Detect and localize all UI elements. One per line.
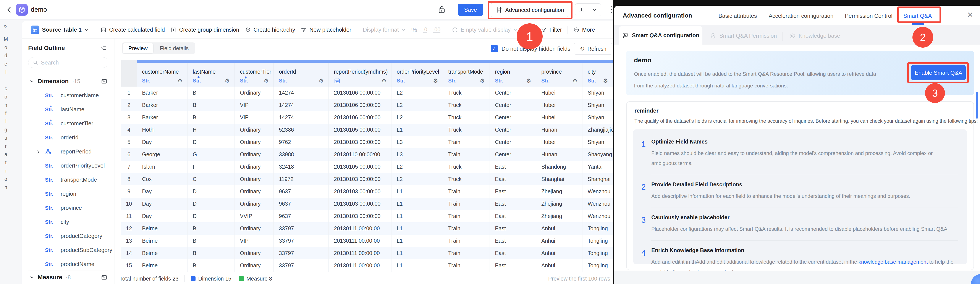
subtab-knowledge-base[interactable]: Knowledge base <box>789 32 840 39</box>
lock-icon[interactable] <box>438 5 445 14</box>
gear-icon[interactable]: ⚙ <box>573 78 578 84</box>
chevron-down-icon[interactable] <box>588 4 601 16</box>
table-column-header[interactable]: customerName Str.* ⚙ <box>137 63 188 87</box>
scrollbar-thumb[interactable] <box>976 92 978 119</box>
sidebar-field-item[interactable]: Str.* orderPriorityLevel <box>22 159 115 173</box>
bar-chart-icon[interactable] <box>575 4 588 16</box>
decrease-decimal-button[interactable]: .0 <box>423 27 428 33</box>
table-row[interactable]: 10 DayDOrdinary9637 20130103 00:00:00L1T… <box>121 198 613 210</box>
source-table-selector[interactable]: Source Table 1 <box>31 25 89 34</box>
hidden-fields-checkbox[interactable] <box>491 45 498 52</box>
table-row[interactable]: 15 BeirneBOrdinary33797 20130111 00:00:0… <box>121 259 613 272</box>
refresh-button[interactable]: ↻ Refresh <box>574 43 612 54</box>
field-name-label: customerName <box>60 92 99 99</box>
table-row[interactable]: 1 BarkerBOrdinary14274 20130106 00:00:00… <box>121 87 613 99</box>
chevron-right-icon[interactable] <box>36 149 41 154</box>
tab-preview[interactable]: Preview <box>123 43 153 53</box>
advanced-configuration-button[interactable]: Advanced configuration <box>491 3 569 17</box>
sidebar-field-item[interactable]: Str.* productName <box>22 257 115 271</box>
search-input[interactable] <box>41 59 99 66</box>
table-column-header[interactable]: transportMode Str.* ⚙ <box>443 63 490 87</box>
search-box[interactable] <box>28 57 108 68</box>
sidebar-field-item[interactable]: Str.* transportMode <box>22 173 115 187</box>
increase-decimal-button[interactable]: .00 <box>433 27 441 33</box>
table-row[interactable]: 7 IslamIOrdinary32418 20130105 00:00:00L… <box>121 160 613 173</box>
table-column-header[interactable]: reportPeriod(ymdhms) * ⚙ <box>329 63 391 87</box>
sidebar-field-item[interactable]: Str.* customerName <box>22 88 115 102</box>
chevron-down-icon[interactable] <box>29 275 34 280</box>
table-row[interactable]: 6 GeorgeGOrdinary33988 20130110 00:00:00… <box>121 148 613 160</box>
table-row[interactable]: 2 BarkerBVIP14274 20130106 00:00:00L2Tru… <box>121 99 613 111</box>
sidebar-field-item[interactable]: Str.* customerTier <box>22 116 115 130</box>
gear-icon[interactable]: ⚙ <box>382 78 387 84</box>
dimension-section-header[interactable]: Dimension ·15 <box>22 76 115 87</box>
sidebar-field-item[interactable]: Str.* productCategory <box>22 229 115 243</box>
table-row[interactable]: 3 BarkerBVIP14274 20130106 00:00:00L2Tru… <box>121 111 613 124</box>
model-configuration-rail[interactable]: Model configuration <box>3 36 9 193</box>
gear-icon[interactable]: ⚙ <box>433 78 438 84</box>
gear-icon[interactable]: ⚙ <box>603 78 608 84</box>
gear-icon[interactable]: ⚙ <box>225 78 230 84</box>
tip-title: Enrich Knowledge Base Information <box>651 247 958 254</box>
tab-field-details[interactable]: Field details <box>154 43 194 53</box>
sidebar-field-item[interactable]: * reportPeriod <box>22 144 115 159</box>
table-column-header[interactable]: customerTier Str.* ⚙ <box>235 63 274 87</box>
sort-settings-icon[interactable] <box>529 27 535 33</box>
table-column-header[interactable]: region Str.* ⚙ <box>490 63 536 87</box>
knowledge-base-management-link[interactable]: knowledge base management <box>859 259 928 265</box>
rail-expand-icon[interactable]: » <box>3 22 7 29</box>
save-button[interactable]: Save <box>458 4 483 16</box>
create-hierarchy-button[interactable]: Create hierarchy <box>245 26 295 33</box>
sidebar-field-item[interactable]: Str.* lastName <box>22 102 115 116</box>
new-placeholder-button[interactable]: New placeholder <box>301 26 352 33</box>
tab-basic-attributes[interactable]: Basic attributes <box>718 13 757 19</box>
sidebar-field-item[interactable]: Str.* productSubCategory <box>22 243 115 257</box>
measure-section-header[interactable]: Measure ·8 <box>22 272 115 283</box>
table-row[interactable]: 9 DayDOrdinary9637 20130103 00:00:00L1Tr… <box>121 185 613 198</box>
sidebar-field-item[interactable]: Str.* province <box>22 201 115 215</box>
sidebar-field-item[interactable]: Str.* orderId <box>22 130 115 144</box>
row-number: 13 <box>121 235 137 247</box>
gear-icon[interactable]: ⚙ <box>480 78 485 84</box>
create-group-dimension-button[interactable]: Create group dimension <box>170 26 239 33</box>
subtab-smart-qa-permission[interactable]: Smart Q&A Permission <box>710 32 777 39</box>
table-column-header[interactable]: orderPriorityLevel Str.* ⚙ <box>391 63 443 87</box>
filter-button[interactable]: Filter <box>541 26 562 33</box>
table-column-header[interactable]: city Str.* ⚙ <box>582 63 613 87</box>
collapse-outline-icon[interactable] <box>101 44 107 51</box>
create-calculated-field-button[interactable]: Create calculated field <box>100 26 165 33</box>
percent-format-button[interactable]: % <box>411 26 417 33</box>
row-number: 2 <box>121 99 137 111</box>
table-column-header[interactable]: orderId Str.* ⚙ <box>274 63 329 87</box>
table-row[interactable]: 8 CoxCOrdinary11972 20130103 00:00:00L2T… <box>121 173 613 185</box>
table-row[interactable]: 11 DayDVVIP9637 20130103 00:00:00L1Train… <box>121 210 613 222</box>
display-format-dropdown[interactable]: Display format <box>363 26 406 33</box>
back-icon[interactable] <box>6 6 13 13</box>
sidebar-field-item[interactable]: Str.* region <box>22 187 115 201</box>
tab-smart-qa[interactable]: Smart Q&A <box>904 13 932 19</box>
table-row[interactable]: 5 DayDOrdinary9762 20130103 00:00:00L3Tr… <box>121 136 613 148</box>
more-button[interactable]: More <box>573 26 595 33</box>
tab-permission-control[interactable]: Permission Control <box>845 13 892 19</box>
gear-icon[interactable]: ⚙ <box>178 78 183 84</box>
enable-smart-qa-button[interactable]: Enable Smart Q&A <box>911 65 966 80</box>
table-row[interactable]: 13 BeirneBVIP33797 20130111 00:00:00L1Tr… <box>121 235 613 247</box>
table-row[interactable]: 12 BeirneBOrdinary33797 20130111 00:00:0… <box>121 222 613 235</box>
column-selection-bar[interactable] <box>137 60 613 63</box>
table-row[interactable]: 14 BeirneBOrdinary33797 20130111 00:00:0… <box>121 247 613 259</box>
close-icon[interactable]: ✕ <box>967 10 973 19</box>
table-row[interactable]: 4 HothiHOrdinary52386 20130105 00:00:00L… <box>121 124 613 136</box>
row-number: 5 <box>121 136 137 148</box>
gear-icon[interactable]: ⚙ <box>526 78 531 84</box>
subtab-smart-qa-configuration[interactable]: Smart Q&A configuration <box>619 26 702 44</box>
empty-value-display-dropdown[interactable]: Empty value display <box>452 26 517 33</box>
sidebar-field-item[interactable]: Str.* city <box>22 215 115 229</box>
gear-icon[interactable]: ⚙ <box>319 78 324 84</box>
add-folder-icon[interactable] <box>101 274 107 281</box>
table-column-header[interactable]: province Str.* ⚙ <box>536 63 582 87</box>
table-column-header[interactable]: lastName Str.* ⚙ <box>188 63 235 87</box>
add-folder-icon[interactable] <box>101 78 107 84</box>
tab-acceleration-configuration[interactable]: Acceleration configuration <box>769 13 834 19</box>
chevron-down-icon[interactable] <box>29 79 34 84</box>
gear-icon[interactable]: ⚙ <box>264 78 269 84</box>
